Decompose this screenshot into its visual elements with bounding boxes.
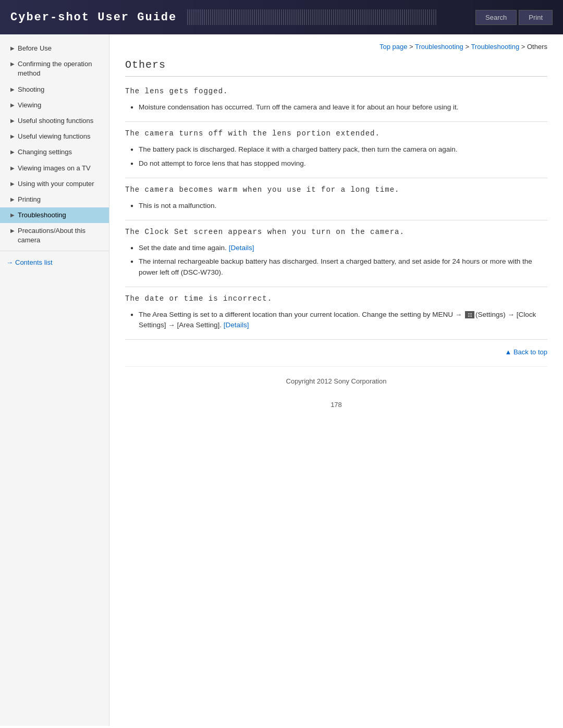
sidebar-label-9: Printing: [18, 195, 41, 204]
sidebar-label-8: Using with your computer: [18, 179, 94, 189]
sidebar-item-2[interactable]: ▶Shooting: [0, 82, 109, 97]
section-title-3: The Clock Set screen appears when you tu…: [125, 228, 547, 236]
sidebar-label-2: Shooting: [18, 85, 44, 94]
bullet-list-2: This is not a malfunction.: [125, 199, 547, 213]
sidebar-arrow-4: ▶: [10, 117, 15, 125]
breadcrumb-troubleshooting2[interactable]: Troubleshooting: [471, 43, 519, 51]
page-layout: ▶Before Use▶Confirming the operation met…: [0, 34, 563, 726]
page-number: 178: [125, 396, 547, 414]
bullet-item-1-1: Do not attempt to force lens that has st…: [130, 157, 547, 170]
bullet-item-3-0: Set the date and time again. [Details]: [130, 241, 547, 255]
page-footer: Copyright 2012 Sony Corporation: [125, 366, 547, 396]
sidebar-arrow-3: ▶: [10, 102, 15, 109]
sidebar-arrow-10: ▶: [10, 212, 15, 219]
sidebar-arrow-8: ▶: [10, 180, 15, 188]
back-to-top-link[interactable]: ▲ Back to top: [505, 348, 547, 356]
sidebar-arrow-0: ▶: [10, 45, 15, 52]
sidebar-item-1[interactable]: ▶Confirming the operation method: [0, 56, 109, 81]
contents-list-link[interactable]: → Contents list: [0, 253, 109, 272]
sidebar-item-8[interactable]: ▶Using with your computer: [0, 176, 109, 192]
bullet-list-1: The battery pack is discharged. Replace …: [125, 143, 547, 170]
bullet-list-0: Moisture condensation has occurred. Turn…: [125, 101, 547, 114]
bullet-list-3: Set the date and time again. [Details]Th…: [125, 241, 547, 279]
sidebar-label-7: Viewing images on a TV: [18, 164, 91, 173]
sidebar-arrow-1: ▶: [10, 60, 15, 68]
sidebar-label-10: Troubleshooting: [18, 211, 66, 220]
sidebar-arrow-5: ▶: [10, 133, 15, 140]
sidebar-item-4[interactable]: ▶Useful shooting functions: [0, 113, 109, 129]
sidebar-item-3[interactable]: ▶Viewing: [0, 97, 109, 113]
page-title: Others: [125, 59, 547, 77]
bullet-item-2-0: This is not a malfunction.: [130, 199, 547, 213]
section-4-bullet-0-link[interactable]: [Details]: [224, 321, 249, 329]
sidebar-item-0[interactable]: ▶Before Use: [0, 41, 109, 56]
sidebar: ▶Before Use▶Confirming the operation met…: [0, 34, 109, 726]
sidebar-arrow-6: ▶: [10, 149, 15, 156]
page-header: Cyber-shot User Guide for(let i=0;i<120;…: [0, 0, 563, 34]
sidebar-label-11: Precautions/About this camera: [18, 226, 103, 245]
section-title-2: The camera becomes warm when you use it …: [125, 186, 547, 194]
section-3-bullet-0-link[interactable]: [Details]: [229, 244, 254, 252]
main-content: Top page > Troubleshooting > Troubleshoo…: [109, 34, 563, 726]
header-buttons: Search Print: [475, 10, 553, 25]
sidebar-arrow-11: ▶: [10, 227, 15, 235]
sidebar-item-11[interactable]: ▶Precautions/About this camera: [0, 223, 109, 248]
sidebar-item-9[interactable]: ▶Printing: [0, 192, 109, 207]
sidebar-arrow-7: ▶: [10, 165, 15, 172]
sidebar-label-4: Useful shooting functions: [18, 116, 93, 126]
sidebar-divider: [0, 251, 109, 251]
sidebar-label-0: Before Use: [18, 44, 52, 53]
bullet-item-1-0: The battery pack is discharged. Replace …: [130, 143, 547, 156]
site-title: Cyber-shot User Guide: [10, 11, 177, 24]
breadcrumb-current: Others: [527, 43, 547, 51]
section-1: The camera turns off with the lens porti…: [125, 129, 547, 178]
back-to-top: ▲ Back to top: [125, 348, 547, 356]
sidebar-arrow-9: ▶: [10, 196, 15, 203]
sidebar-label-3: Viewing: [18, 101, 41, 110]
contents-arrow-icon: →: [6, 258, 13, 266]
section-2: The camera becomes warm when you use it …: [125, 186, 547, 220]
contents-link-label: Contents list: [15, 258, 53, 266]
sidebar-label-5: Useful viewing functions: [18, 132, 90, 141]
sidebar-item-5[interactable]: ▶Useful viewing functions: [0, 129, 109, 144]
sidebar-label-6: Changing settings: [18, 147, 72, 157]
section-title-0: The lens gets fogged.: [125, 87, 547, 95]
section-title-4: The date or time is incorrect.: [125, 294, 547, 303]
print-button[interactable]: Print: [519, 10, 553, 25]
sidebar-item-6[interactable]: ▶Changing settings: [0, 144, 109, 160]
breadcrumb-troubleshooting1[interactable]: Troubleshooting: [415, 43, 463, 51]
section-3: The Clock Set screen appears when you tu…: [125, 228, 547, 287]
bullet-item-4-0: The Area Setting is set to a different l…: [130, 308, 547, 332]
bullet-list-4: The Area Setting is set to a different l…: [125, 308, 547, 332]
section-4: The date or time is incorrect.The Area S…: [125, 294, 547, 340]
search-button[interactable]: Search: [475, 10, 517, 25]
bullet-item-3-1: The internal rechargeable backup battery…: [130, 255, 547, 279]
breadcrumb: Top page > Troubleshooting > Troubleshoo…: [125, 43, 547, 51]
header-decoration: for(let i=0;i<120;i++) document.write('<…: [187, 9, 465, 25]
sidebar-arrow-2: ▶: [10, 86, 15, 93]
section-title-1: The camera turns off with the lens porti…: [125, 129, 547, 138]
sidebar-label-1: Confirming the operation method: [18, 59, 103, 78]
sidebar-item-7[interactable]: ▶Viewing images on a TV: [0, 161, 109, 176]
breadcrumb-top[interactable]: Top page: [380, 43, 408, 51]
sidebar-item-10[interactable]: ▶Troubleshooting: [0, 207, 109, 223]
section-0: The lens gets fogged.Moisture condensati…: [125, 87, 547, 122]
bullet-item-0-0: Moisture condensation has occurred. Turn…: [130, 101, 547, 114]
